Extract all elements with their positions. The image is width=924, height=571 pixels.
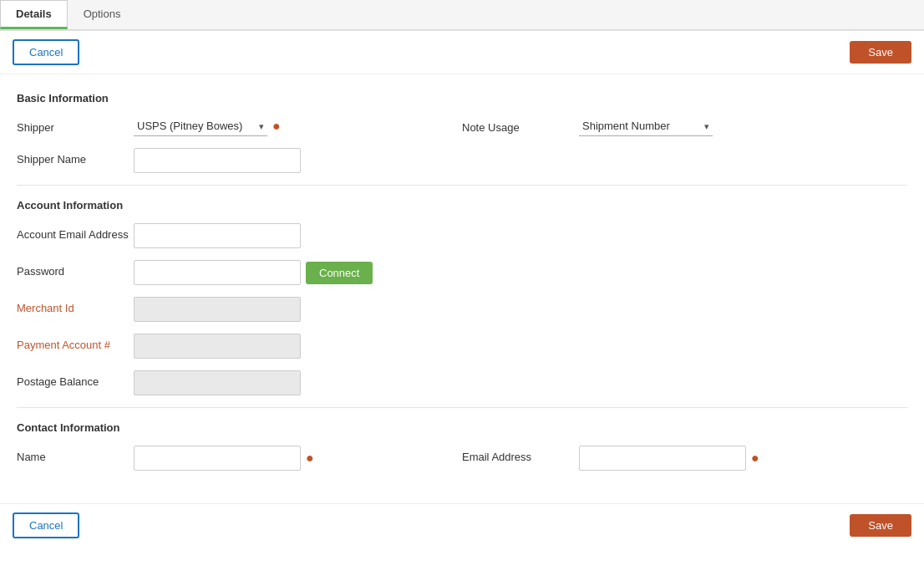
- form-content: Basic Information Shipper USPS (Pitney B…: [0, 74, 924, 495]
- contact-name-row: Name ●: [17, 446, 454, 471]
- merchant-id-row: Merchant Id: [17, 297, 907, 322]
- password-row: Password Connect: [17, 260, 907, 285]
- top-toolbar: Cancel Save: [0, 31, 924, 74]
- shipper-select-wrapper: USPS (Pitney Bowes) UPS FedEx ▾: [134, 116, 267, 136]
- contact-email-input[interactable]: [579, 446, 746, 471]
- shipper-control: USPS (Pitney Bowes) UPS FedEx ▾ ●: [134, 116, 281, 136]
- account-email-input[interactable]: [134, 223, 301, 248]
- shipper-label: Shipper: [17, 116, 134, 134]
- contact-email-required-dot: ●: [751, 451, 759, 465]
- basic-info-divider: [17, 185, 907, 186]
- merchant-id-input: [134, 297, 301, 322]
- save-button-bottom[interactable]: Save: [850, 514, 911, 537]
- shipper-name-row: Shipper Name: [17, 148, 907, 173]
- bottom-toolbar: Cancel Save: [0, 503, 924, 547]
- contact-email-label: Email Address: [462, 446, 579, 463]
- note-usage-select-wrapper: Shipment Number Order Number Custom ▾: [579, 116, 713, 136]
- basic-info-row: Shipper USPS (Pitney Bowes) UPS FedEx ▾ …: [17, 116, 907, 148]
- contact-info-row: Name ● Email Address ●: [17, 446, 907, 482]
- note-usage-select[interactable]: Shipment Number Order Number Custom: [579, 116, 713, 136]
- note-usage-label: Note Usage: [462, 116, 579, 134]
- cancel-button-bottom[interactable]: Cancel: [13, 512, 79, 538]
- payment-account-input: [134, 334, 301, 359]
- cancel-button-top[interactable]: Cancel: [13, 39, 79, 65]
- contact-email-col: Email Address ●: [462, 446, 907, 482]
- contact-name-control: ●: [134, 446, 314, 471]
- contact-name-col: Name ●: [17, 446, 462, 482]
- tab-options[interactable]: Options: [68, 0, 137, 29]
- note-usage-control: Shipment Number Order Number Custom ▾: [579, 116, 713, 136]
- account-info-title: Account Information: [17, 199, 907, 212]
- shipper-name-input[interactable]: [134, 148, 301, 173]
- contact-email-control: ●: [579, 446, 759, 471]
- payment-account-label: Payment Account #: [17, 334, 134, 351]
- postage-balance-label: Postage Balance: [17, 370, 134, 388]
- merchant-id-control: [134, 297, 301, 322]
- contact-name-label: Name: [17, 446, 134, 463]
- contact-name-required-dot: ●: [306, 451, 314, 465]
- basic-info-title: Basic Information: [17, 92, 907, 105]
- shipper-name-label: Shipper Name: [17, 148, 134, 166]
- shipper-col: Shipper USPS (Pitney Bowes) UPS FedEx ▾ …: [17, 116, 462, 148]
- payment-account-control: [134, 334, 301, 359]
- contact-info-title: Contact Information: [17, 421, 907, 434]
- connect-button[interactable]: Connect: [306, 262, 373, 284]
- contact-email-row: Email Address ●: [462, 446, 899, 471]
- password-control: Connect: [134, 260, 373, 285]
- note-usage-row: Note Usage Shipment Number Order Number …: [462, 116, 899, 136]
- shipper-row: Shipper USPS (Pitney Bowes) UPS FedEx ▾ …: [17, 116, 454, 136]
- account-info-divider: [17, 407, 907, 408]
- shipper-select[interactable]: USPS (Pitney Bowes) UPS FedEx: [134, 116, 267, 136]
- save-button-top[interactable]: Save: [850, 41, 911, 64]
- postage-balance-control: [134, 370, 301, 395]
- account-email-label: Account Email Address: [17, 223, 134, 241]
- shipper-required-dot: ●: [272, 120, 281, 133]
- payment-account-row: Payment Account #: [17, 334, 907, 359]
- postage-balance-row: Postage Balance: [17, 370, 907, 395]
- contact-name-input[interactable]: [134, 446, 301, 471]
- account-email-control: [134, 223, 301, 248]
- merchant-id-label: Merchant Id: [17, 297, 134, 314]
- shipper-name-control: [134, 148, 301, 173]
- postage-balance-input: [134, 370, 301, 395]
- tab-bar: Details Options: [0, 0, 924, 31]
- password-label: Password: [17, 260, 134, 278]
- account-email-row: Account Email Address: [17, 223, 907, 248]
- password-input[interactable]: [134, 260, 301, 285]
- tab-details[interactable]: Details: [0, 0, 68, 29]
- note-usage-col: Note Usage Shipment Number Order Number …: [462, 116, 907, 148]
